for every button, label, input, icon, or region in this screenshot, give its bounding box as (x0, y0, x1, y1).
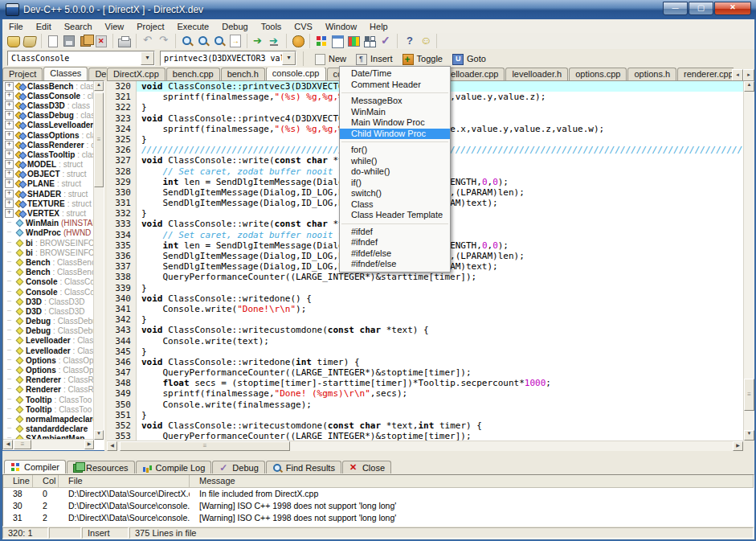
profile-button[interactable] (313, 34, 329, 48)
insert-menu-item-child-window-proc[interactable]: Child Window Proc (340, 129, 450, 140)
undo-button[interactable] (140, 34, 156, 48)
column-header-message[interactable]: Message (190, 475, 754, 488)
tree-item[interactable]: Debug : ClassDebug (3, 326, 94, 336)
editor-horizontal-scrollbar[interactable]: ◀ ▶ (107, 441, 743, 452)
goto-line-button[interactable] (227, 34, 243, 48)
column-header-file[interactable]: File (59, 475, 190, 488)
code-line[interactable]: 352void ClassConsole::writecustomdone(co… (107, 420, 744, 431)
menu-debug[interactable]: Debug (215, 22, 254, 31)
tree-item[interactable]: Levelloader : Class (3, 336, 94, 346)
tree-item[interactable]: PLANE : struct (3, 179, 94, 189)
tree-item[interactable]: normalmapdeclare (3, 414, 94, 424)
tab-scroll-right-icon[interactable] (743, 69, 754, 81)
expand-icon[interactable] (5, 150, 14, 159)
editor-tab[interactable]: bench.cpp (166, 68, 220, 80)
insert-menu-item-class[interactable]: Class (340, 199, 450, 211)
check-button[interactable] (378, 34, 394, 48)
column-header-line[interactable]: Line (3, 475, 33, 488)
expand-icon[interactable] (5, 111, 14, 120)
insert-menu-item-while-[interactable]: while() (340, 156, 450, 167)
message-row[interactable]: 302D:\DirectX\Data\Source\console.h[Warn… (3, 500, 754, 512)
tree-item[interactable]: D3D : ClassD3D (3, 297, 94, 306)
editor-tab[interactable]: levelloader.h (505, 68, 568, 80)
tree-item[interactable]: Console : ClassConsole (3, 287, 94, 297)
code-line[interactable]: 346void ClassConsole::writedone(int time… (107, 357, 744, 367)
expand-icon[interactable] (5, 82, 14, 91)
menu-project[interactable]: Project (130, 22, 170, 31)
tab-close[interactable]: Close (342, 461, 391, 473)
code-line[interactable]: 341 Console.write("Done!\r\n"); (107, 304, 744, 314)
menu-search[interactable]: Search (58, 22, 99, 31)
insert-menu-item--ifndef-else[interactable]: #ifndef/else (340, 259, 450, 270)
class-combobox[interactable]: ClassConsole (7, 51, 155, 66)
expand-icon[interactable] (5, 209, 14, 218)
tree-item[interactable]: ClassRenderer : class (3, 140, 94, 150)
compile-run-button[interactable] (290, 34, 306, 48)
code-line[interactable]: 339} (107, 283, 744, 293)
tab-compiler[interactable]: Compiler (4, 460, 66, 473)
tree-item[interactable]: Options : ClassOp (3, 365, 94, 375)
menu-edit[interactable]: Edit (30, 22, 58, 31)
insert-menu-item-switch-[interactable]: switch() (340, 188, 450, 199)
code-line[interactable]: 353 QueryPerformanceCounter((LARGE_INTEG… (107, 431, 744, 441)
tree-item[interactable]: ClassD3D : class (3, 100, 94, 110)
expand-icon[interactable] (5, 170, 14, 178)
new-button[interactable]: New (310, 51, 351, 66)
insert-menu-item-do-while-[interactable]: do-while() (340, 166, 450, 178)
tab-compile-log[interactable]: Compile Log (136, 461, 212, 473)
close-button[interactable] (714, 2, 751, 15)
message-row[interactable]: 312D:\DirectX\Data\Source\console.h[Warn… (3, 512, 754, 524)
tab-scroll-left-icon[interactable] (732, 69, 743, 81)
tree-item[interactable]: ClassBench : class (3, 81, 94, 91)
tree-item[interactable]: bi : BROWSEINFO (3, 238, 94, 248)
expand-icon[interactable] (5, 199, 14, 208)
expand-icon[interactable] (5, 190, 14, 199)
tree-vertical-scrollbar[interactable]: ▲ ▼ (93, 81, 104, 440)
menu-execute[interactable]: Execute (170, 22, 215, 31)
insert-menu-item-for-[interactable]: for() (340, 145, 450, 156)
menu-file[interactable]: File (2, 22, 30, 31)
menu-view[interactable]: View (99, 22, 131, 31)
tab-debug[interactable]: Debug (212, 461, 264, 473)
menu-cvs[interactable]: CVS (288, 22, 319, 31)
close-file-button[interactable] (93, 34, 109, 48)
code-line[interactable]: 351} (107, 410, 744, 420)
member-combobox[interactable]: printvec3(D3DXVECTOR3 value) (160, 51, 296, 66)
replace-button[interactable] (195, 34, 211, 48)
editor-tab[interactable]: DirectX.cpp (107, 68, 166, 80)
tree-item[interactable]: TEXTURE : struct (3, 199, 94, 208)
insert-menu-item-main-window-proc[interactable]: Main Window Proc (340, 117, 450, 129)
insert-menu-item-messagebox[interactable]: MessageBox (340, 96, 450, 107)
open-project-button[interactable] (22, 34, 38, 48)
toggle-button[interactable]: Toggle (398, 51, 447, 66)
compile-button[interactable] (251, 34, 267, 48)
tree-item[interactable]: WndProc (HWND hWnd, UINT msg (3, 228, 94, 238)
menu-tools[interactable]: Tools (255, 22, 288, 31)
tree-item[interactable]: ClassTooltip : class (3, 150, 94, 159)
tab-classes[interactable]: Classes (43, 67, 88, 80)
maximize-button[interactable] (689, 2, 713, 15)
insert-menu-item-winmain[interactable]: WinMain (340, 107, 450, 118)
tree-item[interactable]: ClassOptions : class (3, 130, 94, 140)
goto-button[interactable]: Goto (447, 51, 491, 66)
find-in-files-button[interactable] (211, 34, 227, 48)
tree-item[interactable]: ClassLevelloader : class (3, 121, 94, 130)
tree-item[interactable]: Bench : ClassBench (3, 257, 94, 267)
chevron-down-icon[interactable] (282, 51, 296, 65)
chevron-down-icon[interactable] (141, 51, 154, 65)
code-line[interactable]: 344 Console.write(text); (107, 336, 744, 346)
insert-menu-item--ifdef[interactable]: #ifdef (340, 227, 450, 238)
tree-item[interactable]: Levelloader : Class (3, 346, 94, 355)
save-all-button[interactable] (77, 34, 93, 48)
editor-tab[interactable]: console.cpp (266, 68, 326, 80)
editor-vertical-scrollbar[interactable]: ▲ ▼ (743, 81, 754, 441)
new-file-button[interactable] (45, 34, 61, 48)
tree-item[interactable]: bi : BROWSEINFO (3, 248, 94, 257)
message-row[interactable]: 380D:\DirectX\Data\Source\DirectX.cppIn … (3, 488, 754, 500)
about-button[interactable] (417, 34, 433, 48)
tree-item[interactable]: Renderer : ClassR (3, 385, 94, 395)
new-project-button[interactable] (6, 34, 22, 48)
editor-tab[interactable]: options.h (627, 68, 676, 80)
tree-item[interactable]: SHADER : struct (3, 189, 94, 199)
colors-window-button[interactable] (345, 34, 362, 48)
